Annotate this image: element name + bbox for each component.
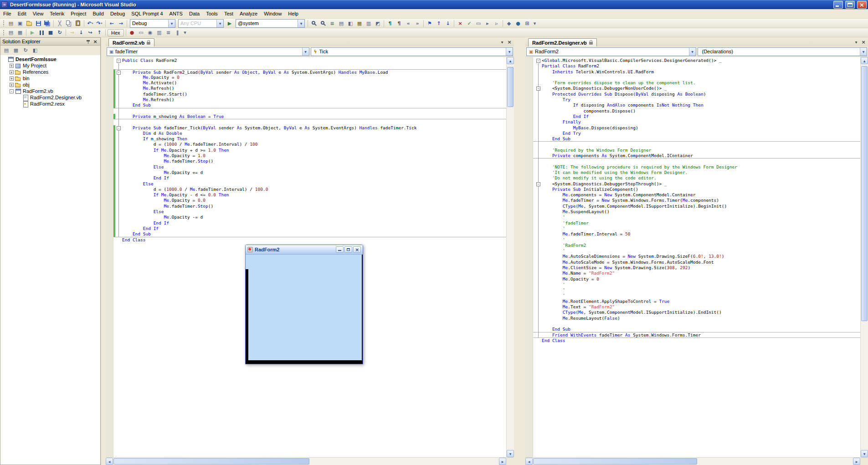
restart-debugging-icon[interactable]: ↻: [55, 29, 64, 36]
code-line[interactable]: Me.AutoScaleMode = System.Windows.Forms.…: [533, 260, 860, 265]
step-over-icon[interactable]: ↪: [86, 29, 95, 36]
code-line[interactable]: End If: [113, 226, 506, 231]
code-line[interactable]: End Sub: [533, 136, 860, 142]
scroll-up-icon[interactable]: [861, 57, 868, 64]
menu-item-data[interactable]: Data: [186, 9, 203, 18]
undo-dropdown-arrow-icon[interactable]: ▾: [92, 22, 93, 25]
code-line[interactable]: Me.components = New System.ComponentMode…: [533, 192, 860, 198]
menu-item-analyze[interactable]: Analyze: [236, 9, 261, 18]
code-line[interactable]: 'Required by the Windows Form Designer: [533, 148, 860, 153]
tree-item-desertformissue[interactable]: DesertFormIssue: [0, 56, 100, 62]
code-line[interactable]: Protected Overrides Sub Dispose(ByVal di…: [533, 92, 860, 97]
tree-expander-icon[interactable]: +: [10, 64, 14, 68]
menu-item-window[interactable]: Window: [261, 9, 285, 18]
code-line[interactable]: Me.Opacity += d: [113, 170, 506, 175]
radform2-minimize-button[interactable]: [336, 246, 344, 253]
code-line[interactable]: Me.Activate(): [113, 80, 506, 86]
locals-window-icon[interactable]: ▥: [155, 29, 164, 36]
code-line[interactable]: fadeTimer.Start(): [113, 92, 506, 97]
code-line[interactable]: ': [533, 226, 860, 231]
server-explorer-icon[interactable]: ▥: [364, 20, 373, 27]
menu-item-debug[interactable]: Debug: [107, 9, 128, 18]
step-into-icon[interactable]: ↓: [77, 29, 86, 36]
close-button[interactable]: [857, 1, 867, 9]
horizontal-scrollbar-right[interactable]: [525, 457, 868, 465]
command-window-icon[interactable]: ▸: [483, 20, 492, 27]
code-line[interactable]: 'RadForm2: [533, 243, 860, 248]
code-line[interactable]: - Private Sub RadForm2_Load(ByVal sender…: [113, 69, 506, 75]
code-line[interactable]: CType(Me, System.ComponentModel.ISupport…: [533, 310, 860, 315]
scroll-down-icon[interactable]: [861, 450, 868, 457]
tree-item-bin[interactable]: +bin: [0, 75, 100, 82]
code-line[interactable]: End If: [533, 114, 860, 119]
code-line[interactable]: [113, 63, 506, 69]
code-line[interactable]: CType(Me, System.ComponentModel.ISupport…: [533, 204, 860, 209]
menu-item-help[interactable]: Help: [285, 9, 302, 18]
indicator-margin[interactable]: [106, 57, 113, 457]
dropdown-arrow-icon[interactable]: ▼: [506, 48, 513, 56]
breakpoints-window-icon[interactable]: ●: [128, 29, 137, 36]
code-line[interactable]: Me.ResumeLayout(False): [533, 316, 860, 321]
code-line[interactable]: 'Form overrides dispose to clean up the …: [533, 80, 860, 86]
menu-item-view[interactable]: View: [30, 9, 47, 18]
radform2-title-bar[interactable]: RadForm2: [246, 245, 363, 255]
tree-expander-icon[interactable]: +: [10, 70, 14, 74]
code-line[interactable]: End Sub: [533, 327, 860, 332]
code-line[interactable]: Me.Opacity = 0.0: [113, 198, 506, 203]
code-line[interactable]: - <System.Diagnostics.DebuggerStepThroug…: [533, 181, 860, 187]
code-line[interactable]: Me.Opacity = 0: [533, 276, 860, 282]
collapse-region-icon[interactable]: -: [117, 59, 121, 63]
menu-item-tools[interactable]: Tools: [203, 9, 221, 18]
output-window-icon[interactable]: ▭: [474, 20, 483, 27]
code-line[interactable]: Finally: [533, 119, 860, 125]
code-line[interactable]: Inherits Telerik.WinControls.UI.RadForm: [533, 69, 860, 75]
code-line[interactable]: MyBase.Dispose(disposing): [533, 125, 860, 131]
code-line[interactable]: Dim d As Double: [113, 131, 506, 136]
tree-expander-icon[interactable]: +: [10, 83, 14, 87]
close-document-icon[interactable]: [506, 39, 513, 45]
web-browser-icon[interactable]: ●: [514, 20, 523, 27]
object-dropdown-left[interactable]: fadeTimer ▼: [107, 47, 309, 56]
radform2-maximize-button[interactable]: [344, 246, 352, 253]
scroll-right-icon[interactable]: [853, 458, 860, 465]
code-line[interactable]: Me.fadeTimer.Stop(): [113, 158, 506, 164]
code-line[interactable]: End If: [113, 175, 506, 181]
new-item-icon[interactable]: ▤: [6, 20, 15, 27]
object-browser-icon[interactable]: ◧: [346, 20, 355, 27]
solution-platform-dropdown-arrow-icon[interactable]: ▼: [216, 20, 223, 27]
radform2-client-area[interactable]: [246, 255, 363, 364]
code-line[interactable]: -<Global.Microsoft.VisualBasic.CompilerS…: [533, 58, 860, 63]
dropdown-arrow-icon[interactable]: ▼: [689, 48, 696, 56]
code-line[interactable]: [533, 321, 860, 327]
object-dropdown-right[interactable]: RadForm2 ▼: [526, 47, 696, 56]
menu-item-file[interactable]: File: [0, 9, 15, 18]
radform2-app-window[interactable]: RadForm2: [245, 245, 363, 364]
code-line[interactable]: ': [533, 287, 860, 293]
immediate-window-icon[interactable]: ▹: [492, 20, 501, 27]
code-line[interactable]: If m_showing Then: [113, 136, 506, 142]
tab-radform2-vb[interactable]: RadForm2.vb: [108, 38, 154, 46]
code-line[interactable]: Me.Text = "RadForm2": [533, 304, 860, 310]
find-in-files-icon[interactable]: [318, 20, 328, 27]
collapse-region-icon[interactable]: -: [117, 126, 121, 130]
full-screen-icon[interactable]: ⊞: [523, 20, 532, 27]
refresh-icon[interactable]: ↻: [21, 46, 30, 54]
paste-icon[interactable]: [73, 20, 82, 27]
toolbar-grip[interactable]: [3, 30, 5, 36]
code-line[interactable]: Friend WithEvents fadeTimer As System.Wi…: [533, 332, 860, 338]
code-line[interactable]: Me.fadeTimer = New System.Windows.Forms.…: [533, 198, 860, 203]
vertical-scrollbar-right[interactable]: [860, 57, 868, 457]
next-bookmark-icon[interactable]: ↓: [443, 20, 452, 27]
editor-splitter[interactable]: [514, 37, 525, 465]
step-out-icon[interactable]: ↑: [95, 29, 104, 36]
code-line[interactable]: End Sub: [113, 102, 506, 108]
code-line[interactable]: components.Dispose(): [533, 108, 860, 114]
decrease-indent-icon[interactable]: «: [404, 20, 413, 27]
code-line[interactable]: If Me.Opacity - d <= 0.0 Then: [113, 192, 506, 198]
collapse-region-icon[interactable]: -: [117, 71, 121, 75]
code-line[interactable]: 'fadeTimer: [533, 220, 860, 226]
code-line[interactable]: Else: [113, 164, 506, 170]
show-all-files-icon[interactable]: ▦: [11, 46, 21, 54]
panel-close-icon[interactable]: [92, 38, 98, 45]
code-line[interactable]: Me.ClientSize = New System.Drawing.Size(…: [533, 265, 860, 271]
